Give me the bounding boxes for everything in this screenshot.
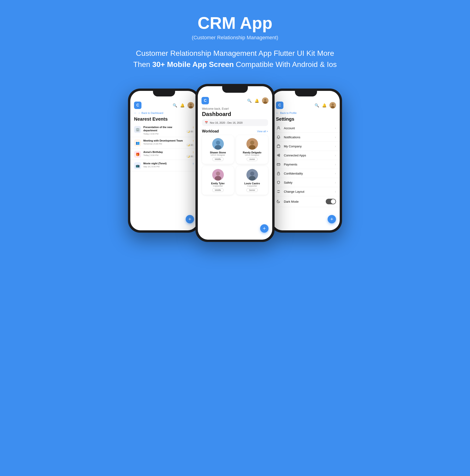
svg-point-20 <box>331 106 335 108</box>
date-range: Nov 16, 2020 - Dec 16, 2020 <box>210 121 243 124</box>
worker-level-4: Senior <box>246 188 258 192</box>
event-item-3[interactable]: 🎁 Anna's Birthday Today | 5:00 PM ↑ 🌙 4h <box>130 149 198 160</box>
event-item-1[interactable]: 🏢 Presentation of the new department Tod… <box>130 124 198 137</box>
bell-icon-right[interactable]: 🔔 <box>322 103 327 108</box>
avatar-center[interactable] <box>262 97 269 104</box>
worker-card-2[interactable]: Randy Delgado UI/UX Designer Junior <box>236 135 268 164</box>
worker-role-4: Copywriter <box>247 185 257 187</box>
worker-level-2: Junior <box>247 157 258 161</box>
worker-name-2: Randy Delgado <box>243 151 261 154</box>
avatar-right[interactable] <box>329 102 336 109</box>
phones-container: C 🔍 🔔 ← ← Back to Dashboard <box>107 84 363 242</box>
settings-item-confidentiality[interactable]: Confidentiality › <box>272 169 340 178</box>
svg-point-5 <box>263 101 267 104</box>
settings-label-changelayout: Change Layout <box>284 190 332 193</box>
chevron-account: › <box>335 126 336 130</box>
page-description: Customer Relationship Management App Flu… <box>130 48 340 70</box>
event-icon-2: 👥 <box>134 139 141 146</box>
priority-icon-2: ↑ <box>192 139 194 143</box>
svg-rect-27 <box>277 173 280 175</box>
worker-card-4[interactable]: Louis Castro Copywriter Senior <box>236 166 268 195</box>
back-link-left[interactable]: ← ← Back to Dashboard <box>130 110 198 116</box>
notifications-icon <box>276 135 281 139</box>
settings-item-connectedapps[interactable]: Connected Apps › <box>272 151 340 160</box>
event-icon-3: 🎁 <box>134 151 141 158</box>
event-item-4[interactable]: 📺 Movie night (Tenet) Sep 15 | 5:00 PM ↑ <box>130 160 198 171</box>
chevron-connectedapps: › <box>335 153 336 157</box>
svg-point-11 <box>249 145 255 150</box>
event-title-3: Anna's Birthday <box>143 150 184 154</box>
worker-level-3: Middle <box>212 188 224 192</box>
priority-icon-4: ↑ <box>192 162 194 166</box>
notch-right <box>295 91 317 96</box>
svg-point-19 <box>332 103 334 106</box>
event-info-1: Presentation of the new department Today… <box>143 125 184 135</box>
settings-item-account[interactable]: Account › <box>272 124 340 133</box>
duration-3: 🌙 4h <box>186 155 194 158</box>
dashboard-title: Dashboard <box>198 110 272 119</box>
workload-header: Workload View all > <box>198 128 272 135</box>
settings-item-darkmode[interactable]: Dark Mode <box>272 196 340 207</box>
fab-button-right[interactable]: + <box>328 215 336 223</box>
settings-label-confidentiality: Confidentiality <box>284 172 332 175</box>
bell-icon-left[interactable]: 🔔 <box>180 103 185 108</box>
darkmode-toggle[interactable] <box>326 199 336 204</box>
app-logo-right: C <box>276 102 283 109</box>
app-logo-left: C <box>134 102 142 109</box>
worker-level-1: Middle <box>212 157 224 161</box>
mycompany-icon <box>276 144 281 148</box>
svg-rect-22 <box>277 145 280 148</box>
svg-point-23 <box>277 155 278 156</box>
workload-title: Workload <box>202 129 219 133</box>
chevron-safety: › <box>335 181 336 184</box>
search-icon-right[interactable]: 🔍 <box>315 103 319 108</box>
changelayout-icon <box>276 190 281 193</box>
svg-point-8 <box>215 145 221 150</box>
svg-point-16 <box>250 171 254 176</box>
svg-point-10 <box>250 141 254 145</box>
settings-item-changelayout[interactable]: Change Layout › <box>272 187 340 196</box>
settings-title: Settings <box>272 116 340 124</box>
event-title-2: Meeting with Development Team <box>143 139 184 142</box>
settings-item-safety[interactable]: Safety › <box>272 178 340 187</box>
page-title: CRM App <box>198 14 272 32</box>
svg-point-1 <box>190 103 192 106</box>
svg-point-17 <box>249 176 255 181</box>
worker-role-2: UI/UX Designer <box>245 154 259 156</box>
settings-label-payments: Payments <box>284 163 332 166</box>
bottom-bar-left <box>152 228 176 228</box>
worker-name-3: Emily Tyler <box>211 182 225 185</box>
darkmode-icon <box>276 200 281 203</box>
event-title-4: Movie night (Tenet) <box>143 162 190 165</box>
view-all-link[interactable]: View all > <box>257 130 268 133</box>
settings-item-mycompany[interactable]: My Company › <box>272 142 340 151</box>
worker-card-3[interactable]: Emily Tyler Copywriter Middle <box>202 166 234 195</box>
event-time-1: Today | 6:00 PM <box>143 133 184 135</box>
connectedapps-icon <box>276 153 281 157</box>
search-icon-center[interactable]: 🔍 <box>247 99 252 103</box>
back-label-right: Back to Profile <box>280 112 297 114</box>
worker-name-4: Louis Castro <box>244 182 260 185</box>
svg-point-13 <box>216 171 220 176</box>
fab-button-center[interactable]: + <box>260 224 269 233</box>
event-title-1: Presentation of the new department <box>143 125 184 132</box>
back-link-right[interactable]: ← Back to Profile <box>272 110 340 116</box>
settings-label-mycompany: My Company <box>284 145 332 148</box>
worker-role-1: UI/UX Designer <box>211 154 225 156</box>
event-time-3: Today | 5:00 PM <box>143 154 184 156</box>
event-right-2: ↑ 🌙 4h <box>186 139 194 146</box>
bell-icon-center[interactable]: 🔔 <box>254 99 259 103</box>
avatar-left[interactable] <box>188 102 194 109</box>
event-item-2[interactable]: 👥 Meeting with Development Team Tomorrow… <box>130 137 198 149</box>
events-list: 🏢 Presentation of the new department Tod… <box>130 124 198 171</box>
payments-icon <box>276 162 281 166</box>
worker-card-1[interactable]: Shawn Stone UI/UX Designer Middle <box>202 135 234 164</box>
phone-right: C 🔍 🔔 ← Back to Profile S <box>270 88 342 233</box>
settings-item-payments[interactable]: Payments › <box>272 160 340 169</box>
fab-button-left[interactable]: + <box>186 215 194 223</box>
event-icon-1: 🏢 <box>134 126 141 133</box>
settings-item-notifications[interactable]: Notifications › <box>272 133 340 142</box>
search-icon-left[interactable]: 🔍 <box>173 103 177 108</box>
date-bar: 📅 Nov 16, 2020 - Dec 16, 2020 <box>202 119 268 126</box>
event-right-4: ↑ <box>192 162 194 166</box>
